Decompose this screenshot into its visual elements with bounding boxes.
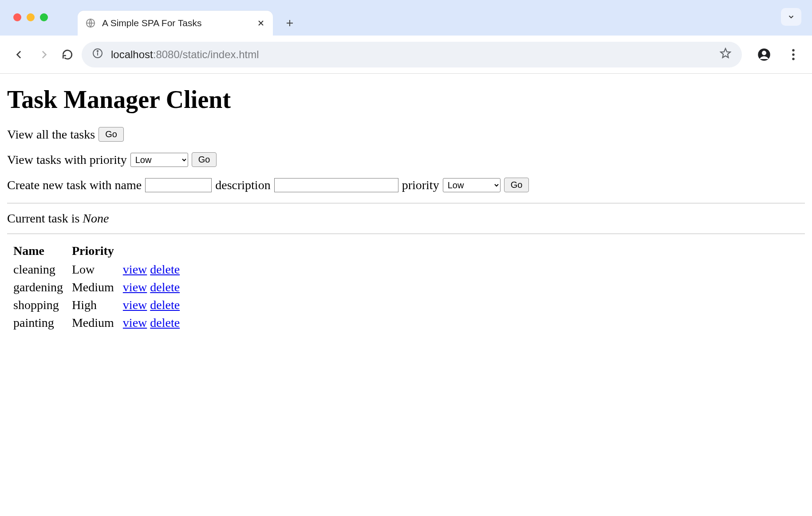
cell-actions: view delete	[118, 261, 184, 278]
url-text: localhost:8080/static/index.html	[111, 48, 259, 61]
divider	[7, 203, 805, 203]
address-bar[interactable]: localhost:8080/static/index.html	[82, 42, 742, 67]
window-close-icon[interactable]	[13, 13, 21, 21]
view-priority-row: View tasks with priority LowMediumHigh G…	[7, 152, 805, 167]
browser-tab[interactable]: A Simple SPA For Tasks	[78, 11, 273, 36]
cell-priority: Medium	[67, 278, 118, 296]
table-row: shoppingHighview delete	[9, 296, 184, 314]
svg-point-3	[97, 50, 98, 51]
browser-tab-strip: A Simple SPA For Tasks	[0, 0, 812, 36]
view-link[interactable]: view	[123, 262, 147, 276]
view-link[interactable]: view	[123, 298, 147, 312]
table-row: gardeningMediumview delete	[9, 278, 184, 296]
close-icon[interactable]	[257, 19, 265, 27]
view-all-go-button[interactable]: Go	[99, 127, 124, 142]
create-name-input[interactable]	[145, 178, 212, 192]
cell-name: gardening	[9, 278, 67, 296]
current-task-line: Current task is None	[7, 211, 805, 226]
cell-actions: view delete	[118, 278, 184, 296]
svg-point-6	[762, 51, 766, 55]
view-all-label: View all the tasks	[7, 127, 95, 142]
cell-name: shopping	[9, 296, 67, 314]
view-link[interactable]: view	[123, 316, 147, 329]
create-priority-select[interactable]: LowMediumHigh	[443, 178, 501, 192]
view-priority-label: View tasks with priority	[7, 153, 127, 167]
globe-icon	[86, 18, 95, 28]
back-button[interactable]	[10, 45, 29, 64]
create-go-button[interactable]: Go	[504, 178, 529, 192]
url-path: :8080/static/index.html	[153, 48, 259, 61]
current-task-value: None	[83, 211, 109, 225]
delete-link[interactable]: delete	[150, 280, 180, 294]
create-task-row: Create new task with name description pr…	[7, 178, 805, 192]
col-header-name: Name	[9, 242, 67, 261]
view-priority-go-button[interactable]: Go	[192, 152, 217, 167]
site-info-icon[interactable]	[92, 48, 103, 61]
window-minimize-icon[interactable]	[27, 13, 35, 21]
svg-point-7	[792, 49, 794, 51]
window-zoom-icon[interactable]	[40, 13, 48, 21]
toolbar-right	[755, 46, 802, 64]
bookmark-star-icon[interactable]	[720, 48, 731, 62]
cell-actions: view delete	[118, 296, 184, 314]
page-title: Task Manager Client	[7, 85, 805, 114]
tab-title: A Simple SPA For Tasks	[102, 18, 250, 28]
cell-priority: High	[67, 296, 118, 314]
col-header-actions	[118, 242, 184, 261]
tabs-overflow-button[interactable]	[781, 8, 801, 26]
cell-name: cleaning	[9, 261, 67, 278]
browser-toolbar: localhost:8080/static/index.html	[0, 36, 812, 74]
window-controls	[13, 13, 48, 21]
view-all-row: View all the tasks Go	[7, 127, 805, 142]
delete-link[interactable]: delete	[150, 316, 180, 329]
divider	[7, 234, 805, 234]
create-name-label: Create new task with name	[7, 178, 142, 192]
svg-marker-4	[721, 48, 730, 58]
forward-button[interactable]	[34, 45, 53, 64]
url-host: localhost	[111, 48, 153, 61]
svg-point-8	[792, 53, 794, 56]
svg-point-9	[792, 58, 794, 60]
view-link[interactable]: view	[123, 280, 147, 294]
reload-button[interactable]	[58, 45, 77, 64]
table-row: cleaningLowview delete	[9, 261, 184, 278]
current-task-prefix: Current task is	[7, 211, 83, 225]
col-header-priority: Priority	[67, 242, 118, 261]
new-tab-button[interactable]	[277, 11, 302, 36]
cell-priority: Low	[67, 261, 118, 278]
delete-link[interactable]: delete	[150, 262, 180, 276]
create-description-label: description	[215, 178, 270, 192]
table-row: paintingMediumview delete	[9, 314, 184, 332]
view-priority-select[interactable]: LowMediumHigh	[130, 153, 188, 167]
cell-priority: Medium	[67, 314, 118, 332]
cell-name: painting	[9, 314, 67, 332]
task-table: Name Priority cleaningLowview deletegard…	[9, 242, 184, 332]
kebab-menu-icon[interactable]	[784, 46, 802, 64]
profile-icon[interactable]	[755, 46, 773, 64]
create-priority-label: priority	[402, 178, 439, 192]
page-content: Task Manager Client View all the tasks G…	[0, 74, 812, 336]
delete-link[interactable]: delete	[150, 298, 180, 312]
create-description-input[interactable]	[274, 178, 398, 192]
cell-actions: view delete	[118, 314, 184, 332]
